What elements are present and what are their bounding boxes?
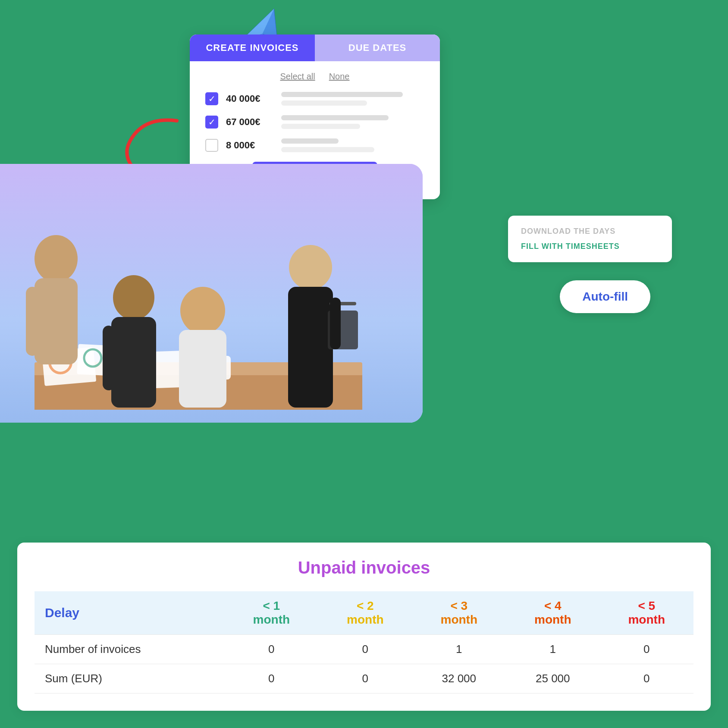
invoice-amount-2: 67 000€ xyxy=(226,116,273,128)
checkbox-3[interactable] xyxy=(205,139,218,152)
unpaid-invoices-table: Delay < 1month < 2month < 3month < 4mont… xyxy=(35,591,693,693)
svg-rect-14 xyxy=(35,278,78,364)
row-val-sum-5m: 0 xyxy=(599,664,693,693)
table-title: Unpaid invoices xyxy=(35,558,693,577)
row-val-invoices-3m: 1 xyxy=(412,635,506,664)
select-none-link[interactable]: None xyxy=(329,72,350,82)
invoice-item-2: ✓ 67 000€ xyxy=(205,115,424,129)
invoice-amount-3: 8 000€ xyxy=(226,140,273,151)
row-val-invoices-2m: 0 xyxy=(318,635,412,664)
col-header-delay: Delay xyxy=(35,591,225,635)
autofill-button[interactable]: Auto-fill xyxy=(560,280,650,313)
invoice-item-1: ✓ 40 000€ xyxy=(205,92,424,106)
svg-rect-15 xyxy=(26,287,39,356)
row-val-invoices-5m: 0 xyxy=(599,635,693,664)
tab-due-dates[interactable]: DUE DATES xyxy=(315,35,440,61)
invoice-item-3: 8 000€ xyxy=(205,138,424,152)
table-row-invoices: Number of invoices 0 0 1 1 0 xyxy=(35,635,693,664)
row-val-sum-4m: 25 000 xyxy=(506,664,599,693)
select-links: Select all None xyxy=(205,72,424,82)
svg-rect-20 xyxy=(179,330,226,408)
meeting-photo xyxy=(0,164,423,423)
fill-timesheets-link[interactable]: FILL WITH TIMESHEETS xyxy=(521,242,659,251)
people-scene xyxy=(0,164,423,423)
select-all-link[interactable]: Select all xyxy=(280,72,315,82)
svg-point-19 xyxy=(180,287,225,334)
table-row-sum: Sum (EUR) 0 0 32 000 25 000 0 xyxy=(35,664,693,693)
row-label-sum: Sum (EUR) xyxy=(35,664,225,693)
svg-point-21 xyxy=(289,245,332,290)
tab-create-invoices[interactable]: CREATE INVOICES xyxy=(190,35,315,61)
col-header-2m: < 2month xyxy=(318,591,412,635)
invoice-bar-2 xyxy=(281,115,424,129)
checkbox-1[interactable]: ✓ xyxy=(205,92,218,105)
invoice-bar-1 xyxy=(281,92,424,106)
col-header-3m: < 3month xyxy=(412,591,506,635)
svg-point-16 xyxy=(113,275,154,320)
row-label-invoices: Number of invoices xyxy=(35,635,225,664)
row-val-sum-1m: 0 xyxy=(225,664,318,693)
download-title: DOWNLOAD THE DAYS xyxy=(521,227,659,236)
card-tabs: CREATE INVOICES DUE DATES xyxy=(190,35,440,61)
svg-point-13 xyxy=(35,235,78,282)
unpaid-invoices-section: Unpaid invoices Delay < 1month < 2month … xyxy=(17,543,711,711)
col-header-1m: < 1month xyxy=(225,591,318,635)
svg-rect-25 xyxy=(330,298,341,349)
svg-rect-22 xyxy=(288,287,333,408)
col-header-4m: < 4month xyxy=(506,591,599,635)
svg-rect-18 xyxy=(103,326,115,390)
row-val-sum-2m: 0 xyxy=(318,664,412,693)
row-val-sum-3m: 32 000 xyxy=(412,664,506,693)
checkbox-2[interactable]: ✓ xyxy=(205,116,218,129)
col-header-5m: < 5month xyxy=(599,591,693,635)
row-val-invoices-4m: 1 xyxy=(506,635,599,664)
invoice-bar-3 xyxy=(281,138,424,152)
download-card: DOWNLOAD THE DAYS FILL WITH TIMESHEETS xyxy=(508,216,672,262)
invoice-amount-1: 40 000€ xyxy=(226,93,273,104)
table-header-row: Delay < 1month < 2month < 3month < 4mont… xyxy=(35,591,693,635)
svg-rect-17 xyxy=(111,317,156,408)
row-val-invoices-1m: 0 xyxy=(225,635,318,664)
